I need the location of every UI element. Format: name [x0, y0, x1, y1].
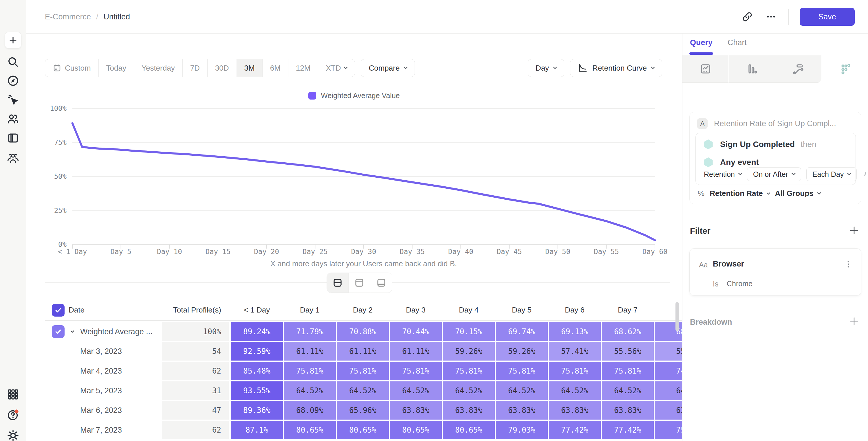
- retention-value-cell[interactable]: 64: [655, 381, 682, 400]
- retention-value-cell[interactable]: 79.03%: [496, 421, 548, 439]
- retention-value-cell[interactable]: 69.13%: [549, 322, 601, 341]
- retention-value-cell[interactable]: 63.83%: [601, 401, 654, 419]
- event-step-b[interactable]: Any event: [704, 157, 759, 167]
- retention-value-cell[interactable]: 75.81%: [549, 362, 601, 380]
- retention-mode-dropdown[interactable]: Retention: [704, 167, 742, 181]
- retention-value-cell[interactable]: 77.42%: [601, 421, 654, 439]
- retention-value-cell[interactable]: 64.52%: [390, 381, 442, 400]
- retention-value-cell[interactable]: 71.79%: [284, 322, 336, 341]
- tab-chart[interactable]: Chart: [727, 38, 747, 47]
- new-report-button[interactable]: [5, 32, 22, 49]
- groups-dropdown[interactable]: All Groups: [775, 189, 820, 198]
- users-icon[interactable]: [7, 113, 20, 125]
- audience-icon[interactable]: [7, 152, 20, 164]
- retention-value-cell[interactable]: 75.81%: [284, 362, 336, 380]
- legend-item[interactable]: Weighted Average Value: [308, 91, 400, 100]
- interval-dropdown[interactable]: Each Day: [806, 167, 857, 181]
- retention-value-cell[interactable]: 70.15%: [443, 322, 495, 341]
- measure-dropdown[interactable]: Retention Rate: [710, 189, 770, 198]
- retention-value-cell[interactable]: 89.36%: [231, 401, 283, 419]
- table-scrollbar-thumb[interactable]: [676, 302, 679, 331]
- range-today[interactable]: Today: [99, 59, 134, 77]
- range-7d[interactable]: 7D: [183, 59, 208, 77]
- filter-kebab-icon[interactable]: [843, 259, 854, 270]
- view-tab-line-chart[interactable]: [682, 55, 729, 83]
- retention-value-cell[interactable]: 64.52%: [549, 381, 601, 400]
- range-3m[interactable]: 3M: [237, 59, 262, 77]
- retention-value-cell[interactable]: 85.48%: [231, 362, 283, 380]
- tab-query[interactable]: Query: [690, 38, 713, 47]
- retention-value-cell[interactable]: 80.65%: [443, 421, 495, 439]
- row-checkbox[interactable]: [52, 325, 65, 338]
- view-tab-dot-grid[interactable]: [822, 55, 868, 83]
- breadcrumb-report-title[interactable]: Untitled: [104, 12, 130, 22]
- compare-button[interactable]: Compare: [361, 59, 415, 77]
- retention-value-cell[interactable]: 65.96%: [337, 401, 389, 419]
- retention-value-cell[interactable]: 70.88%: [337, 322, 389, 341]
- view-tab-bar-chart[interactable]: [729, 55, 775, 83]
- retention-value-cell[interactable]: 89.24%: [231, 322, 283, 341]
- retention-value-cell[interactable]: 63.83%: [443, 401, 495, 419]
- window-dropdown[interactable]: On or After: [747, 167, 801, 181]
- retention-value-cell[interactable]: 64.52%: [284, 381, 336, 400]
- retention-value-cell[interactable]: 59.26%: [496, 342, 548, 360]
- truncated-control[interactable]: [864, 172, 868, 177]
- retention-value-cell[interactable]: 57.41%: [549, 342, 601, 360]
- granularity-button[interactable]: Day: [528, 59, 564, 77]
- retention-value-cell[interactable]: 80.65%: [337, 421, 389, 439]
- retention-value-cell[interactable]: 75.81%: [390, 362, 442, 380]
- retention-value-cell[interactable]: 61.11%: [284, 342, 336, 360]
- save-button[interactable]: Save: [800, 8, 855, 26]
- layout-table-only-bottom-button[interactable]: [370, 273, 392, 292]
- retention-value-cell[interactable]: 77.42%: [549, 421, 601, 439]
- retention-value-cell[interactable]: 55.56%: [601, 342, 654, 360]
- retention-value-cell[interactable]: 59.26%: [443, 342, 495, 360]
- retention-value-cell[interactable]: 80.65%: [284, 421, 336, 439]
- event-step-a[interactable]: Sign Up Completed then: [704, 139, 816, 149]
- retention-value-cell[interactable]: 61.11%: [390, 342, 442, 360]
- filter-field[interactable]: Browser: [713, 259, 744, 269]
- more-options-icon[interactable]: [765, 10, 777, 23]
- retention-value-cell[interactable]: 63.83%: [390, 401, 442, 419]
- retention-value-cell[interactable]: 75: [655, 421, 682, 439]
- retention-value-cell[interactable]: 74: [655, 362, 682, 380]
- range-30d[interactable]: 30D: [208, 59, 237, 77]
- range-yesterday[interactable]: Yesterday: [134, 59, 183, 77]
- retention-value-cell[interactable]: 68.09%: [284, 401, 336, 419]
- chart-type-button[interactable]: Retention Curve: [570, 59, 662, 77]
- apps-grid-icon[interactable]: [7, 388, 20, 401]
- retention-value-cell[interactable]: 75.81%: [337, 362, 389, 380]
- retention-value-cell[interactable]: 75.81%: [601, 362, 654, 380]
- retention-value-cell[interactable]: 64.52%: [443, 381, 495, 400]
- retention-value-cell[interactable]: 64.52%: [496, 381, 548, 400]
- retention-value-cell[interactable]: 63: [655, 401, 682, 419]
- retention-value-cell[interactable]: 55: [655, 342, 682, 360]
- retention-value-cell[interactable]: 63.83%: [496, 401, 548, 419]
- retention-value-cell[interactable]: 63.83%: [549, 401, 601, 419]
- retention-value-cell[interactable]: 87.1%: [231, 421, 283, 439]
- retention-value-cell[interactable]: 69.74%: [496, 322, 548, 341]
- view-tab-flow[interactable]: [775, 55, 822, 83]
- range-xtd[interactable]: XTD: [318, 59, 355, 77]
- layout-chart-only-top-button[interactable]: [349, 273, 370, 292]
- range-12m[interactable]: 12M: [288, 59, 318, 77]
- magic-cursor-icon[interactable]: [7, 93, 20, 106]
- retention-value-cell[interactable]: 93.55%: [231, 381, 283, 400]
- search-icon[interactable]: [7, 56, 20, 68]
- range-6m[interactable]: 6M: [262, 59, 288, 77]
- query-title[interactable]: Retention Rate of Sign Up Compl...: [714, 119, 836, 128]
- add-breakdown-icon[interactable]: [849, 316, 859, 326]
- compass-icon[interactable]: [7, 74, 20, 87]
- expand-chevron-icon[interactable]: [69, 330, 76, 333]
- help-icon[interactable]: [7, 409, 20, 421]
- add-filter-icon[interactable]: [849, 225, 859, 235]
- share-link-icon[interactable]: [741, 10, 754, 23]
- layout-split-view-button[interactable]: [327, 273, 349, 292]
- retention-value-cell[interactable]: 68.62%: [601, 322, 654, 341]
- retention-value-cell[interactable]: 80.65%: [390, 421, 442, 439]
- panel-icon[interactable]: [7, 132, 20, 145]
- filter-value[interactable]: Chrome: [727, 280, 752, 288]
- retention-value-cell[interactable]: 64.52%: [601, 381, 654, 400]
- retention-value-cell[interactable]: 61.11%: [337, 342, 389, 360]
- gear-icon[interactable]: [7, 429, 20, 441]
